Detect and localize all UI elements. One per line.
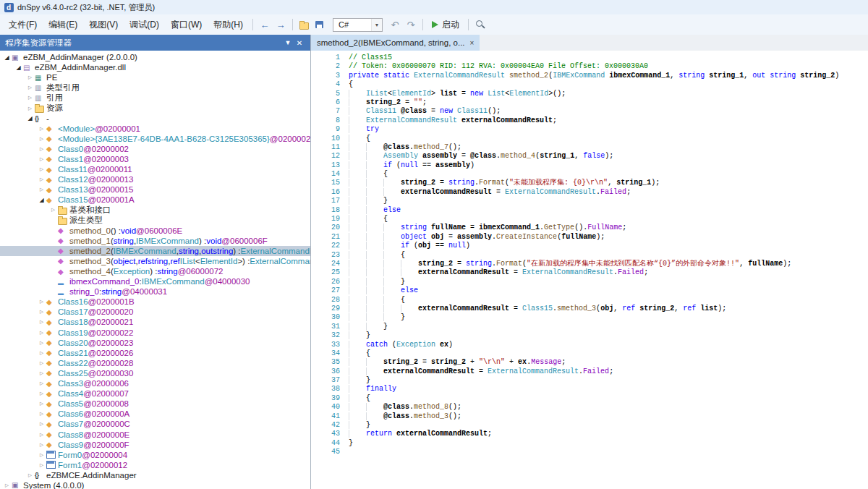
tree-item[interactable]: ▷Class19 @02000022 bbox=[0, 328, 310, 338]
menu-item-2[interactable]: 视图(V) bbox=[83, 16, 124, 34]
tree-item[interactable]: ▷System (4.0.0.0) bbox=[0, 480, 310, 489]
tree-item[interactable]: ◢eZBM_AddinManager (2.0.0.0) bbox=[0, 52, 310, 62]
tree-item[interactable]: ▷Class9 @0200000F bbox=[0, 440, 310, 450]
menu-item-1[interactable]: 编辑(E) bbox=[43, 16, 83, 34]
chevron-down-icon[interactable]: ▼ bbox=[282, 39, 294, 46]
expander-icon[interactable]: ▷ bbox=[38, 309, 46, 315]
expander-icon[interactable]: ▷ bbox=[38, 340, 46, 346]
expander-icon[interactable]: ▷ bbox=[38, 187, 46, 192]
expander-icon[interactable]: ◢ bbox=[3, 54, 11, 61]
expander-icon[interactable]: ▷ bbox=[38, 156, 46, 162]
menu-item-0[interactable]: 文件(F) bbox=[3, 16, 43, 34]
tree-item[interactable]: ▷Class25 @02000030 bbox=[0, 368, 310, 378]
expander-icon[interactable]: ▷ bbox=[38, 391, 46, 396]
redo-button[interactable]: ↷ bbox=[403, 17, 419, 32]
tree-item[interactable]: ▷引用 bbox=[0, 93, 310, 103]
tree-item[interactable]: ▷Class0 @02000002 bbox=[0, 144, 310, 154]
expander-icon[interactable]: ▷ bbox=[26, 106, 34, 111]
tree-item[interactable]: smethod_1(string, IBMExCommand) : void @… bbox=[0, 236, 310, 246]
tree-item[interactable]: ◢- bbox=[0, 114, 310, 124]
tree-item[interactable]: ibmexCommand_0 : IBMExCommand @04000030 bbox=[0, 276, 310, 286]
tree-item[interactable]: ▷资源 bbox=[0, 103, 310, 113]
expander-icon[interactable]: ▷ bbox=[38, 401, 46, 407]
tree-item[interactable]: ▷Class4 @02000007 bbox=[0, 388, 310, 399]
tab-smethod-2[interactable]: smethod_2(IBMExCommand, string, o... × bbox=[311, 35, 480, 51]
language-combo[interactable]: C# ▼ bbox=[333, 18, 383, 32]
undo-button[interactable]: ↶ bbox=[387, 17, 403, 32]
expander-icon[interactable]: ▷ bbox=[38, 166, 46, 172]
expander-icon[interactable]: ▷ bbox=[38, 462, 46, 468]
menu-item-5[interactable]: 帮助(H) bbox=[208, 16, 249, 34]
tree-item[interactable]: ◢Class15 @0200001A bbox=[0, 195, 310, 205]
tree-item[interactable]: ▷Class20 @02000023 bbox=[0, 338, 310, 348]
expander-icon[interactable]: ▷ bbox=[38, 380, 46, 386]
expander-icon[interactable]: ▷ bbox=[38, 177, 46, 182]
expander-icon[interactable]: ▷ bbox=[26, 75, 34, 80]
tree-item[interactable]: ▷eZBMCE.AddinManager bbox=[0, 470, 310, 480]
tree-item[interactable]: ▷<Module> @02000001 bbox=[0, 124, 310, 134]
expander-icon[interactable]: ▷ bbox=[38, 452, 46, 458]
expander-icon[interactable]: ▷ bbox=[49, 207, 57, 213]
tree-item[interactable]: ▷PE bbox=[0, 72, 310, 82]
tree-item[interactable]: ▷Form0 @02000004 bbox=[0, 450, 310, 460]
tree-item[interactable]: ▷Class3 @02000006 bbox=[0, 378, 310, 388]
code-editor[interactable]: 1// Class152// Token: 0x06000070 RID: 11… bbox=[311, 51, 868, 489]
expander-icon[interactable]: ◢ bbox=[14, 64, 22, 71]
expander-icon[interactable]: ▷ bbox=[38, 146, 46, 152]
tree-item[interactable]: ▷Class13 @02000015 bbox=[0, 184, 310, 195]
tree-item[interactable]: smethod_0() : void @0600006E bbox=[0, 226, 310, 236]
tree-item[interactable]: 派生类型 bbox=[0, 216, 310, 226]
expander-icon[interactable]: ▷ bbox=[38, 299, 46, 305]
chevron-down-icon[interactable]: ▼ bbox=[371, 19, 382, 31]
expander-icon[interactable]: ▷ bbox=[38, 442, 46, 448]
navigate-back-button[interactable]: ← bbox=[257, 17, 273, 32]
expander-icon[interactable]: ▷ bbox=[26, 85, 34, 90]
expander-icon[interactable]: ▷ bbox=[26, 472, 34, 478]
expander-icon[interactable]: ▷ bbox=[38, 330, 46, 336]
tab-close-icon[interactable]: × bbox=[470, 39, 475, 47]
expander-icon[interactable]: ▷ bbox=[38, 319, 46, 325]
navigate-forward-button[interactable]: → bbox=[273, 17, 289, 32]
tree-item[interactable]: ▷Class5 @02000008 bbox=[0, 399, 310, 409]
expander-icon[interactable]: ▷ bbox=[38, 126, 46, 132]
expander-icon[interactable]: ◢ bbox=[26, 115, 34, 122]
tree-item[interactable]: ▷类型引用 bbox=[0, 82, 310, 93]
expander-icon[interactable]: ▷ bbox=[26, 95, 34, 101]
tree-item[interactable]: ▷基类和接口 bbox=[0, 205, 310, 215]
menu-item-3[interactable]: 调试(D) bbox=[124, 16, 165, 34]
expander-icon[interactable]: ▷ bbox=[38, 360, 46, 366]
expander-icon[interactable]: ▷ bbox=[38, 350, 46, 356]
tree-item[interactable]: ▷Class6 @0200000A bbox=[0, 409, 310, 419]
tree-item[interactable]: smethod_2(IBMExCommand, string, out stri… bbox=[0, 246, 310, 256]
search-button[interactable] bbox=[472, 17, 488, 32]
expander-icon[interactable]: ◢ bbox=[38, 197, 46, 203]
tree-item[interactable]: ◢eZBM_AddinManager.dll bbox=[0, 62, 310, 72]
tree-item-text: void bbox=[121, 226, 136, 235]
tree-item[interactable]: smethod_3(object, ref string, ref IList<… bbox=[0, 256, 310, 266]
close-icon[interactable]: ✕ bbox=[294, 39, 305, 47]
expander-icon[interactable]: ▷ bbox=[3, 482, 11, 488]
expander-icon[interactable]: ▷ bbox=[38, 370, 46, 376]
expander-icon[interactable]: ▷ bbox=[38, 136, 46, 142]
expander-icon[interactable]: ▷ bbox=[38, 432, 46, 438]
tree-item[interactable]: ▷Class22 @02000028 bbox=[0, 358, 310, 368]
open-file-button[interactable] bbox=[297, 17, 312, 32]
start-debug-button[interactable]: 启动 bbox=[427, 17, 464, 32]
tree-item[interactable]: smethod_4(Exception) : string @06000072 bbox=[0, 266, 310, 276]
tree-item[interactable]: ▷Class12 @02000013 bbox=[0, 174, 310, 184]
tree-item[interactable]: ▷Class1 @02000003 bbox=[0, 154, 310, 164]
tree-item[interactable]: ▷Class7 @0200000C bbox=[0, 419, 310, 429]
tree-item[interactable]: ▷Form1 @02000012 bbox=[0, 460, 310, 470]
tree-item[interactable]: ▷<Module>{3AE138E7-64DB-4AA1-B628-C3125E… bbox=[0, 134, 310, 144]
tree-item[interactable]: ▷Class11 @02000011 bbox=[0, 164, 310, 174]
expander-icon[interactable]: ▷ bbox=[38, 421, 46, 427]
tree-item[interactable]: ▷Class17 @02000020 bbox=[0, 307, 310, 317]
tree-item[interactable]: ▷Class8 @0200000E bbox=[0, 429, 310, 439]
save-all-button[interactable] bbox=[312, 17, 328, 32]
menu-item-4[interactable]: 窗口(W) bbox=[165, 16, 208, 34]
tree-item[interactable]: ▷Class21 @02000026 bbox=[0, 348, 310, 358]
tree-item[interactable]: ▷Class16 @0200001B bbox=[0, 297, 310, 307]
expander-icon[interactable]: ▷ bbox=[38, 411, 46, 417]
tree-item[interactable]: ▷Class18 @02000021 bbox=[0, 317, 310, 327]
tree-item[interactable]: string_0 : string @04000031 bbox=[0, 286, 310, 297]
